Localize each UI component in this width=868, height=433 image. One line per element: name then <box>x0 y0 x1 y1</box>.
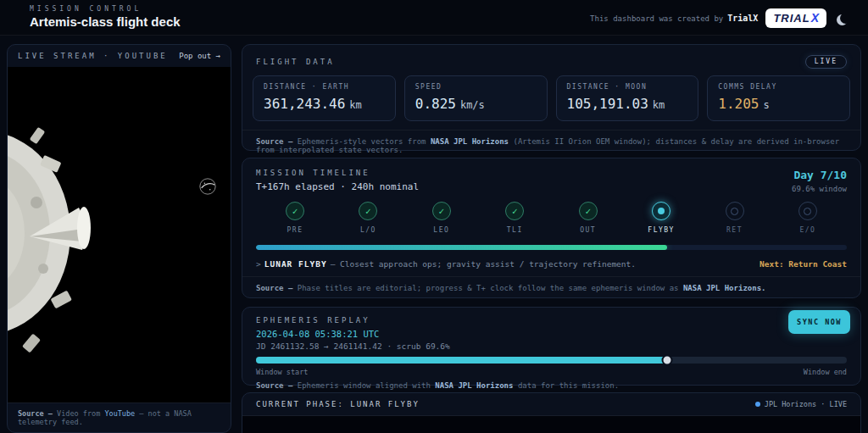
timeline-step-tli[interactable]: TLI <box>496 202 533 234</box>
ephemeris-timestamp: 2026-04-08 05:38:21 UTC <box>256 329 847 339</box>
mission-day: Day 7/10 <box>792 169 847 181</box>
feed-status: JPL Horizons · LIVE <box>755 400 847 408</box>
timeline-title: MISSION TIMELINE <box>256 169 419 177</box>
live-stream-header: LIVE STREAM · YOUTUBE Pop out → <box>8 45 231 67</box>
timeline-header: MISSION TIMELINE T+167h elapsed · 240h n… <box>242 158 860 197</box>
scrub-slider-fill <box>256 357 667 364</box>
phase-name: LUNAR FLYBY <box>264 259 327 269</box>
next-phase-label: Next: Return Coast <box>760 259 847 269</box>
phase-description-row: >LUNAR FLYBY— Closest approach ops; grav… <box>242 250 860 276</box>
flight-data-header: FLIGHT DATA LIVE <box>242 45 860 75</box>
active-dot-icon <box>652 202 670 220</box>
ephemeris-replay-panel: EPHEMERIS REPLAY 2026-04-08 05:38:21 UTC… <box>242 307 861 386</box>
moon-icon <box>840 13 851 24</box>
credit-line: This dashboard was created byTrialX <box>590 14 758 23</box>
flight-data-panel: FLIGHT DATA LIVE DISTANCE · EARTH 361,24… <box>242 44 861 151</box>
timeline-step-out[interactable]: OUT <box>570 202 607 234</box>
credit-name: TrialX <box>727 14 758 23</box>
timeline-elapsed: T+167h elapsed · 240h nominal <box>256 181 419 192</box>
metric-comms-delay: COMMS DELAY 1.205s <box>707 75 850 121</box>
current-phase-title: CURRENT PHASE: LUNAR FLYBY <box>256 400 420 408</box>
current-phase-header: CURRENT PHASE: LUNAR FLYBY JPL Horizons … <box>242 393 860 416</box>
youtube-link[interactable]: YouTube <box>104 409 135 418</box>
video-feed[interactable] <box>8 67 231 402</box>
julian-date-range: JD 2461132.58 → 2461141.42 · scrub 69.6% <box>256 341 847 351</box>
sync-now-button[interactable]: SYNC NOW <box>788 310 850 334</box>
metric-cards: DISTANCE · EARTH 361,243.46km SPEED 0.82… <box>242 75 860 121</box>
timeline-step-ret[interactable]: RET <box>716 202 754 234</box>
scrub-slider-handle[interactable] <box>662 355 673 366</box>
jpl-horizons-link[interactable]: NASA JPL Horizons <box>435 381 513 390</box>
check-icon <box>505 202 524 220</box>
window-end-label: Window end <box>804 368 847 376</box>
ephemeris-title: EPHEMERIS REPLAY <box>256 316 847 325</box>
pop-out-button[interactable]: Pop out → <box>179 52 220 60</box>
spacecraft-image <box>8 67 231 402</box>
mission-control-dashboard: MISSION CONTROL Artemis-class flight dec… <box>0 0 868 433</box>
live-dot-icon <box>755 402 760 407</box>
mission-timeline-panel: MISSION TIMELINE T+167h elapsed · 240h n… <box>242 158 861 298</box>
live-badge: LIVE <box>805 55 847 69</box>
jpl-horizons-link[interactable]: NASA JPL Horizons <box>431 137 509 146</box>
ephemeris-header: EPHEMERIS REPLAY 2026-04-08 05:38:21 UTC… <box>242 308 860 351</box>
timeline-step-lo[interactable]: L/O <box>349 202 387 234</box>
timeline-step-flyby[interactable]: FLYBY <box>643 202 680 234</box>
check-icon <box>579 202 598 220</box>
metric-unit: km <box>349 99 361 111</box>
current-phase-panel: CURRENT PHASE: LUNAR FLYBY JPL Horizons … <box>242 392 861 433</box>
metric-unit: km <box>653 99 665 111</box>
header-kicker: MISSION CONTROL <box>30 5 142 13</box>
timeline-step-eo[interactable]: E/O <box>789 202 826 234</box>
metric-value: 1.205 <box>718 96 759 112</box>
trialx-logo[interactable]: TRIALX <box>765 8 826 28</box>
video-source-caption: Source — Video from YouTube — not a NASA… <box>8 402 231 432</box>
phase-description: — Closest approach ops; gravity assist /… <box>331 259 636 269</box>
check-icon <box>286 202 304 220</box>
header-right: This dashboard was created byTrialX TRIA… <box>590 0 856 36</box>
metric-value: 0.825 <box>415 96 456 112</box>
timeline-step-leo[interactable]: LEO <box>423 202 460 234</box>
timeline-source-note: Source — Phase titles are editorial; pro… <box>242 276 860 299</box>
timeline-step-pre[interactable]: PRE <box>276 202 314 234</box>
window-percent: 69.6% window <box>792 185 847 193</box>
window-start-label: Window start <box>256 368 308 376</box>
metric-distance-moon: DISTANCE · MOON 105,191.03km <box>556 75 699 121</box>
live-stream-title: LIVE STREAM · YOUTUBE <box>18 52 168 60</box>
check-icon <box>359 202 377 220</box>
metric-distance-earth: DISTANCE · EARTH 361,243.46km <box>253 75 396 121</box>
pending-dot-icon <box>726 202 744 220</box>
flight-data-source-note: Source — Ephemeris-style vectors from NA… <box>242 130 860 161</box>
window-labels: Window start Window end <box>242 364 860 376</box>
theme-toggle-button[interactable] <box>834 7 856 29</box>
jpl-horizons-link[interactable]: NASA JPL Horizons. <box>683 284 766 292</box>
metric-value: 105,191.03 <box>567 96 648 112</box>
page-title: Artemis-class flight deck <box>30 14 181 29</box>
app-header: MISSION CONTROL Artemis-class flight dec… <box>0 0 868 36</box>
nasa-logo <box>198 177 217 196</box>
metric-unit: km/s <box>460 99 485 111</box>
pending-dot-icon <box>798 202 817 220</box>
live-stream-panel: LIVE STREAM · YOUTUBE Pop out → <box>7 44 231 433</box>
starfield-view[interactable] <box>242 416 860 433</box>
timeline-steps: PRE L/O LEO TLI OUT FLYBY RET E/O <box>242 197 860 234</box>
metric-value: 361,243.46 <box>264 96 345 112</box>
scrub-slider[interactable] <box>256 357 847 364</box>
flight-data-title: FLIGHT DATA <box>256 58 335 66</box>
metric-speed: SPEED 0.825km/s <box>404 75 548 121</box>
check-icon <box>432 202 451 220</box>
metric-unit: s <box>763 99 769 111</box>
